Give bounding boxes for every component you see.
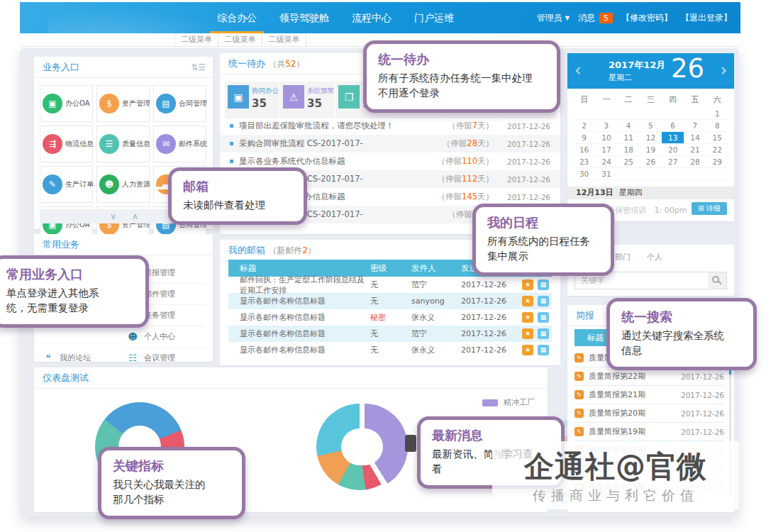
- calendar-day[interactable]: 31: [595, 168, 617, 180]
- star-icon[interactable]: ★: [522, 345, 533, 355]
- search-tab-3[interactable]: 个人: [638, 250, 671, 265]
- briefing-row[interactable]: ✎质量简报第20期2017-12-26: [574, 404, 724, 423]
- secondary-tab-3[interactable]: 二级菜单: [262, 33, 306, 46]
- star-icon[interactable]: ★: [522, 312, 533, 323]
- app-entry-order[interactable]: ✎生产订单: [40, 166, 93, 203]
- secondary-tab-2[interactable]: 二级菜单: [218, 33, 262, 46]
- calendar-prev-icon[interactable]: ‹: [574, 60, 582, 80]
- archive-icon[interactable]: ▦: [538, 312, 549, 323]
- star-icon[interactable]: ★: [522, 279, 533, 290]
- change-password-link[interactable]: 【修改密码】: [621, 12, 672, 24]
- mailbox-badge-suffix: ）: [308, 245, 316, 255]
- chevron-down-icon[interactable]: ∨: [110, 211, 116, 221]
- todo-tile-count: 35: [252, 97, 267, 110]
- archive-icon[interactable]: ▦: [538, 345, 549, 355]
- briefing-row[interactable]: ✎质量简报第21期2017-12-26: [574, 386, 724, 404]
- calendar-day[interactable]: 7: [684, 120, 706, 132]
- nav-item-tab[interactable]: 流程中心: [340, 2, 403, 33]
- nav-item-tab[interactable]: 领导驾驶舱: [268, 2, 340, 33]
- briefing-row[interactable]: ✎质量简报第19期2017-12-26: [574, 423, 724, 441]
- calendar-day[interactable]: 22: [706, 144, 728, 156]
- calendar-day[interactable]: 28: [684, 156, 706, 168]
- calendar-day[interactable]: 16: [573, 144, 595, 156]
- sort-icon[interactable]: ⇅☰: [191, 57, 206, 78]
- nav-item-active[interactable]: 综合办公: [206, 2, 268, 33]
- meeting-icon: ☷: [127, 353, 138, 363]
- calendar-day[interactable]: 23: [573, 156, 595, 168]
- common-business-item-r[interactable]: ☻个人中心: [127, 326, 206, 348]
- secondary-tab-1[interactable]: 二级菜单: [174, 33, 218, 46]
- mail-row[interactable]: 显示各邮件名称信息标题秘密张永义2017-12-26★▦: [228, 309, 552, 326]
- calendar-day[interactable]: 2: [573, 120, 595, 132]
- app-entry-monitor[interactable]: ▣办公OA: [40, 85, 93, 122]
- calendar-day[interactable]: 14: [684, 132, 706, 144]
- calendar-day[interactable]: 1: [706, 108, 728, 120]
- calendar-day[interactable]: 24: [595, 156, 617, 168]
- calendar-day[interactable]: 5: [640, 120, 662, 132]
- app-entry-asset[interactable]: $资产管理: [96, 85, 150, 122]
- calendar-day[interactable]: 20: [662, 144, 684, 156]
- chevron-up-icon[interactable]: ∧: [132, 211, 138, 221]
- app-entry-logistics[interactable]: ⇶物流信息: [40, 126, 93, 162]
- app-entry-mailsys[interactable]: ✉邮件系统: [153, 126, 206, 162]
- layers-icon: ❒: [338, 85, 360, 109]
- nav-item-tab[interactable]: 门户运维: [403, 2, 465, 33]
- mail-date: 2017-12-26: [461, 345, 522, 355]
- calendar-day[interactable]: 11: [618, 132, 640, 144]
- calendar-day[interactable]: 10: [595, 132, 617, 144]
- todo-tile-warning[interactable]: ⚠系统预警35: [280, 82, 335, 118]
- calendar-day[interactable]: 4: [618, 120, 640, 132]
- star-icon[interactable]: ★: [522, 328, 533, 339]
- mail-row[interactable]: 显示各邮件名称信息标题无范宁2017-12-26★▦: [228, 326, 552, 342]
- star-icon[interactable]: ★: [522, 296, 533, 306]
- calendar-day[interactable]: 25: [618, 156, 640, 168]
- mail-row[interactable]: 邮件回执：生产定型工作阶段总结及近期工作安排无范宁2017-12-26★▦: [228, 277, 552, 293]
- todo-tile-briefcase[interactable]: ▣协同办公35: [225, 82, 279, 118]
- todo-stay-days: （停留110天）: [426, 156, 494, 167]
- calendar-next-icon[interactable]: ›: [720, 60, 727, 80]
- logout-link[interactable]: 【退出登录】: [681, 12, 732, 24]
- calendar-day[interactable]: 6: [662, 120, 684, 132]
- order-icon: ✎: [43, 174, 62, 194]
- messages-label: 消息: [578, 12, 595, 24]
- calendar-weekday-label: 日: [573, 94, 595, 105]
- calendar-day[interactable]: 21: [684, 144, 706, 156]
- calendar-day-grid: 1234567891011121314151617181920212223242…: [573, 108, 728, 180]
- calendar-day[interactable]: 9: [573, 132, 595, 144]
- messages-link[interactable]: 消息 5: [578, 12, 613, 24]
- common-business-item-l[interactable]: ❝我的论坛: [43, 348, 121, 369]
- app-entry-hr[interactable]: ☻人力资源: [96, 166, 150, 203]
- mail-row[interactable]: 显示各邮件名称信息标题无sanyong2017-12-26★▦: [228, 293, 552, 309]
- mailbox-badge-prefix: （新邮件: [268, 245, 302, 255]
- search-button[interactable]: [708, 272, 727, 289]
- calendar-day[interactable]: 18: [618, 144, 640, 156]
- app-entry-quality[interactable]: ☰质量信息: [96, 126, 150, 162]
- archive-icon[interactable]: ▦: [538, 328, 549, 339]
- calendar-weekday-label: 三: [640, 94, 662, 105]
- calendar-day[interactable]: 27: [662, 156, 684, 168]
- calendar-day[interactable]: 17: [595, 144, 617, 156]
- user-menu[interactable]: 管理员 ▼: [537, 12, 570, 24]
- calendar-day[interactable]: 12: [640, 132, 662, 144]
- calendar-day-number: 26: [671, 53, 704, 84]
- todo-task-title: 采购合同审批流程 CS-2017-017-: [239, 138, 426, 149]
- mail-row[interactable]: 显示各邮件名称信息标题无张永义2017-12-26★▦: [228, 342, 552, 358]
- todo-task-row[interactable]: 项目部出差保险审批流程，请您尽快处理！（停留7天）2017-12-26: [220, 117, 560, 135]
- app-entry-contract[interactable]: ▤合同管理: [153, 85, 206, 122]
- calendar-day[interactable]: 8: [706, 120, 728, 132]
- todo-task-title: 显示各业务系统代办信息标题: [239, 156, 426, 167]
- calendar-day-selected[interactable]: 13: [662, 132, 684, 144]
- calendar-day[interactable]: 19: [640, 144, 662, 156]
- calendar-day[interactable]: 15: [706, 132, 728, 144]
- schedule-detail-button[interactable]: ⊞ 详细: [692, 202, 727, 215]
- common-business-item-r[interactable]: ☷会议管理: [127, 348, 206, 369]
- calendar-header: ‹ 2017年12月 星期二 26 ›: [567, 53, 734, 89]
- mail-sender: sanyong: [411, 297, 461, 306]
- calendar-day[interactable]: 29: [706, 156, 728, 168]
- calendar-day[interactable]: 30: [573, 168, 595, 180]
- archive-icon[interactable]: ▦: [538, 296, 549, 306]
- calendar-day[interactable]: 26: [640, 156, 662, 168]
- archive-icon[interactable]: ▦: [538, 279, 549, 290]
- calendar-day[interactable]: 3: [595, 120, 617, 132]
- todo-task-row[interactable]: 采购合同审批流程 CS-2017-017-（停留28天）2017-12-26: [220, 135, 560, 153]
